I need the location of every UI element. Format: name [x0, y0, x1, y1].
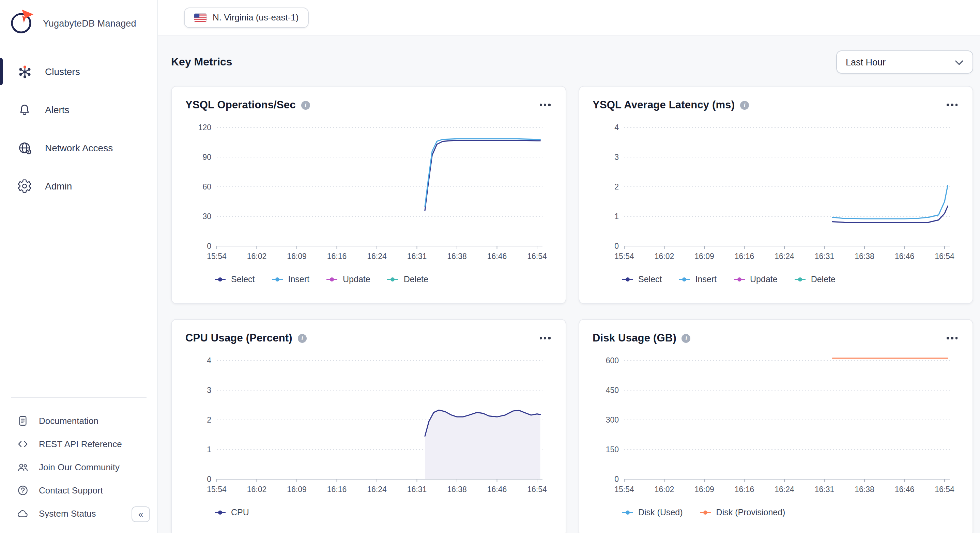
- footer-link-documentation[interactable]: Documentation: [0, 409, 158, 432]
- svg-text:16:38: 16:38: [447, 485, 467, 494]
- legend-item: Disk (Used): [621, 508, 683, 517]
- svg-text:60: 60: [202, 182, 211, 191]
- legend-marker-icon: [214, 509, 226, 516]
- footer-link-community[interactable]: Join Our Community: [0, 455, 158, 479]
- svg-text:16:46: 16:46: [487, 252, 507, 261]
- sidebar-item-clusters[interactable]: Clusters: [0, 53, 158, 91]
- sidebar-collapse-button[interactable]: [132, 506, 150, 522]
- kebab-menu-icon[interactable]: [536, 100, 552, 110]
- footer-link-label: System Status: [39, 508, 96, 518]
- info-icon[interactable]: [682, 334, 691, 342]
- svg-text:16:38: 16:38: [854, 252, 874, 261]
- svg-text:16:16: 16:16: [734, 252, 754, 261]
- legend-marker-icon: [214, 276, 226, 283]
- svg-text:3: 3: [614, 153, 619, 162]
- sidebar: YugabyteDB Managed: [0, 0, 158, 533]
- legend-item: Insert: [271, 275, 310, 284]
- legend-label: Disk (Provisioned): [716, 508, 786, 517]
- kebab-menu-icon[interactable]: [943, 100, 959, 110]
- footer-link-label: Contact Support: [39, 485, 103, 495]
- footer-link-support[interactable]: Contact Support: [0, 479, 158, 502]
- svg-text:16:46: 16:46: [894, 485, 914, 494]
- chart-legend: CPU: [185, 508, 552, 517]
- legend-marker-icon: [271, 276, 283, 283]
- info-icon[interactable]: [298, 334, 307, 342]
- svg-text:0: 0: [207, 475, 211, 484]
- legend-label: Disk (Used): [638, 508, 683, 517]
- svg-text:1: 1: [614, 212, 619, 221]
- svg-text:4: 4: [207, 356, 211, 365]
- legend-item: Select: [621, 275, 662, 284]
- chart-card-cpu-usage: CPU Usage (Percent) 0123415:5416:0216:09…: [171, 319, 566, 533]
- svg-text:16:16: 16:16: [734, 485, 754, 494]
- svg-text:120: 120: [198, 123, 211, 132]
- svg-text:16:24: 16:24: [774, 485, 794, 494]
- svg-text:16:31: 16:31: [407, 485, 427, 494]
- svg-text:15:54: 15:54: [207, 485, 227, 494]
- legend-marker-icon: [621, 276, 633, 283]
- svg-text:16:16: 16:16: [327, 252, 347, 261]
- legend-marker-icon: [794, 276, 806, 283]
- sidebar-item-alerts[interactable]: Alerts: [0, 91, 158, 129]
- footer-link-label: Join Our Community: [39, 462, 119, 472]
- legend-marker-icon: [733, 276, 745, 283]
- svg-text:16:54: 16:54: [527, 485, 547, 494]
- topbar: N. Virginia (us-east-1): [158, 0, 980, 35]
- legend-label: Delete: [404, 275, 428, 284]
- legend-marker-icon: [387, 276, 399, 283]
- kebab-menu-icon[interactable]: [943, 334, 959, 343]
- svg-text:16:31: 16:31: [815, 252, 834, 261]
- sidebar-item-admin[interactable]: Admin: [0, 167, 158, 205]
- region-selector[interactable]: N. Virginia (us-east-1): [184, 7, 309, 28]
- svg-text:2: 2: [614, 182, 619, 191]
- chart-title: YSQL Operations/Sec: [185, 99, 296, 111]
- legend-marker-icon: [699, 509, 711, 516]
- legend-item: Insert: [678, 275, 717, 284]
- legend-item: CPU: [214, 508, 249, 517]
- legend-item: Update: [733, 275, 778, 284]
- svg-text:450: 450: [606, 386, 619, 395]
- legend-label: Delete: [811, 275, 835, 284]
- info-icon[interactable]: [740, 100, 749, 110]
- yugabytedb-logo-icon: [8, 8, 35, 39]
- svg-text:16:54: 16:54: [934, 485, 954, 494]
- time-range-select[interactable]: Last Hour: [836, 51, 973, 73]
- svg-text:16:31: 16:31: [407, 252, 427, 261]
- svg-text:600: 600: [606, 356, 619, 365]
- svg-text:16:09: 16:09: [287, 252, 307, 261]
- svg-text:15:54: 15:54: [614, 252, 634, 261]
- info-icon[interactable]: [301, 100, 310, 110]
- svg-text:300: 300: [606, 415, 619, 424]
- svg-text:16:16: 16:16: [327, 485, 347, 494]
- sidebar-item-label: Network Access: [45, 142, 113, 153]
- chart-title: CPU Usage (Percent): [185, 332, 293, 344]
- svg-text:16:24: 16:24: [367, 252, 387, 261]
- legend-marker-icon: [326, 276, 338, 283]
- footer-link-rest-api[interactable]: REST API Reference: [0, 432, 158, 455]
- legend-label: Update: [750, 275, 778, 284]
- chart-plot: 0123415:5416:0216:0916:1616:2416:3116:38…: [593, 122, 959, 266]
- svg-text:0: 0: [614, 475, 619, 484]
- brand[interactable]: YugabyteDB Managed: [0, 0, 158, 43]
- help-circle-icon: [16, 484, 29, 496]
- svg-text:16:02: 16:02: [247, 252, 267, 261]
- api-icon: [16, 437, 29, 450]
- sidebar-nav: Clusters Alerts: [0, 53, 158, 205]
- page-title: Key Metrics: [171, 56, 232, 68]
- sidebar-item-network-access[interactable]: Network Access: [0, 129, 158, 167]
- sidebar-item-label: Admin: [45, 181, 72, 191]
- footer-link-label: REST API Reference: [39, 439, 122, 449]
- svg-text:0: 0: [614, 242, 619, 250]
- chart-card-ysql-latency: YSQL Average Latency (ms) 0123415:5416:0…: [578, 86, 973, 304]
- chart-card-ysql-operations: YSQL Operations/Sec 030609012015:5416:02…: [171, 86, 566, 304]
- legend-marker-icon: [678, 276, 691, 283]
- us-flag-icon: [194, 13, 207, 21]
- cloud-status-icon: [16, 507, 29, 520]
- brand-name: YugabyteDB Managed: [43, 18, 136, 28]
- svg-text:1: 1: [207, 445, 211, 454]
- kebab-menu-icon[interactable]: [536, 334, 552, 343]
- svg-text:16:38: 16:38: [854, 485, 874, 494]
- sidebar-item-label: Clusters: [45, 66, 80, 77]
- chart-title: YSQL Average Latency (ms): [593, 99, 735, 111]
- svg-text:15:54: 15:54: [207, 252, 227, 261]
